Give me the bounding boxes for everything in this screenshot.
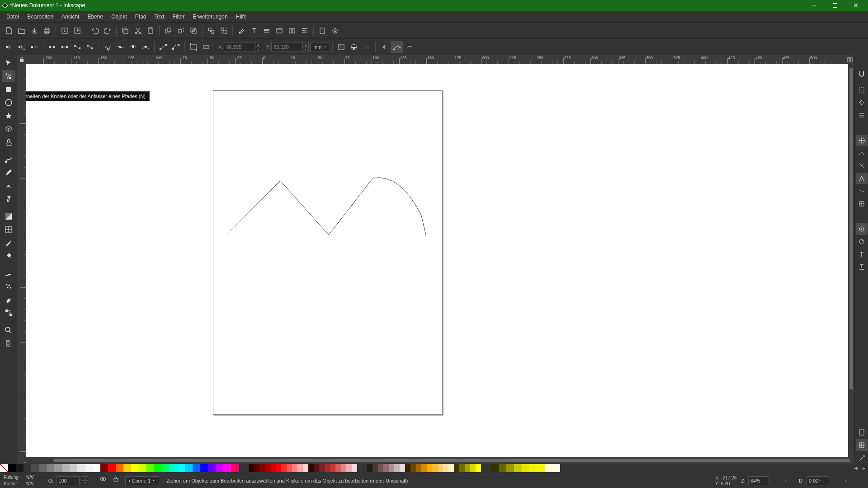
swatch[interactable] [154,464,162,472]
open-document-icon[interactable] [15,24,28,37]
xml-icon[interactable] [273,24,286,37]
swatch[interactable] [432,464,438,472]
menu-ansicht[interactable]: Ansicht [58,12,83,21]
swatch[interactable] [459,464,465,472]
segment-line-icon[interactable] [157,41,170,53]
eraser-tool-icon[interactable] [2,293,15,305]
y-spin-up[interactable]: ▲ [302,42,309,47]
swatch[interactable] [170,464,177,472]
redo-icon[interactable] [101,24,114,37]
menu-filter[interactable]: Filter [169,12,189,21]
import-icon[interactable] [58,24,71,37]
node-smooth-icon[interactable] [114,41,127,53]
swatch[interactable] [537,464,545,472]
selector-tool-icon[interactable] [2,57,15,69]
fill-stroke-display[interactable]: Füllung:N/V Kontur:N/V [4,474,34,487]
layers-icon[interactable] [260,24,273,37]
swatch[interactable] [389,464,394,472]
unlink-clone-icon[interactable] [187,24,200,37]
swatch[interactable] [308,464,314,472]
zoom-out-icon[interactable]: − [772,477,779,484]
swatch[interactable] [491,464,499,472]
snap-page-icon[interactable] [856,427,868,438]
swatch[interactable] [216,464,223,472]
menu-objekt[interactable]: Objekt [108,12,131,21]
zoom-tool-icon[interactable] [2,324,15,336]
layer-visible-icon[interactable] [100,476,110,486]
swatch[interactable] [465,464,470,472]
measure-tool-icon[interactable] [2,337,15,349]
canvas-area[interactable]: -200-175-150-125-100-75-50-2502550751001… [17,55,854,464]
swatch[interactable] [116,464,123,472]
swatch[interactable] [54,464,62,472]
swatch[interactable] [341,464,346,472]
swatch-none[interactable] [0,464,8,472]
preferences-icon[interactable] [329,24,341,37]
opacity-spin-down[interactable]: ▼ [82,481,88,485]
swatch[interactable] [383,464,389,472]
menu-bearbeiten[interactable]: Bearbeiten [24,12,57,21]
break-path-icon[interactable] [46,41,58,53]
snap-toggle-icon[interactable] [856,68,868,80]
delete-segment-icon[interactable] [84,41,96,53]
snap-center-icon[interactable] [856,223,868,235]
close-button[interactable] [845,0,866,11]
swatch[interactable] [108,464,116,472]
swatch[interactable] [319,464,325,472]
menu-pfad[interactable]: Pfad [132,12,150,21]
show-lpe-icon[interactable] [360,41,373,53]
opacity-input[interactable]: 100 [56,476,80,485]
swatch[interactable] [200,464,208,472]
menu-hilfe[interactable]: Hilfe [232,12,250,21]
snap-rotation-icon[interactable] [856,236,868,248]
swatch[interactable] [139,464,146,472]
show-transform-handles-icon[interactable] [378,41,391,53]
swatch[interactable] [346,464,352,472]
ruler-horizontal[interactable]: -200-175-150-125-100-75-50-2502550751001… [26,55,854,64]
cut-icon[interactable] [132,24,144,37]
calligraphy-tool-icon[interactable] [2,179,15,192]
connector-tool-icon[interactable] [2,306,15,319]
menu-datei[interactable]: Datei [3,12,23,21]
swatch[interactable] [292,464,297,472]
layer-lock-icon[interactable] [113,476,123,486]
copy-icon[interactable] [119,24,132,37]
swatch[interactable] [24,464,31,472]
object-to-path-icon[interactable] [187,41,200,53]
node-symmetric-icon[interactable] [127,41,139,53]
swatch[interactable] [506,464,514,472]
preferences-doc-icon[interactable] [316,24,329,37]
swatch[interactable] [249,464,254,472]
swatch[interactable] [410,464,416,472]
swatch[interactable] [281,464,287,472]
layer-select[interactable]: • Ebene 1 [125,476,159,485]
show-clip-icon[interactable] [335,41,348,53]
ungroup-icon[interactable] [217,24,230,37]
ruler-vertical[interactable] [17,64,26,464]
swatch[interactable] [70,464,77,472]
swatch[interactable] [276,464,281,472]
rotate-input[interactable]: 0,00° [807,476,829,485]
swatch[interactable] [265,464,270,472]
swatch[interactable] [123,464,131,472]
mesh-tool-icon[interactable] [2,223,15,235]
tweak-tool-icon[interactable] [2,267,15,279]
swatch[interactable] [427,464,432,472]
menu-erweiterungen[interactable]: Erweiterungen [189,12,231,21]
stroke-to-path-icon[interactable] [200,41,212,53]
ruler-lock-icon[interactable] [17,55,26,64]
y-input[interactable]: 83,028 [271,42,303,52]
snap-path-icon[interactable] [856,147,868,159]
text-tool-icon[interactable] [2,192,15,205]
swatch[interactable] [8,464,16,472]
star-tool-icon[interactable] [2,109,15,122]
x-input[interactable]: 66,505 [224,42,255,52]
swatch[interactable] [529,464,537,472]
dropper-tool-icon[interactable] [2,236,15,249]
swatch[interactable] [254,464,259,472]
vertical-scrollbar[interactable] [848,64,854,457]
snap-intersection-icon[interactable] [856,160,868,172]
paintbucket-tool-icon[interactable] [2,249,15,262]
drawing-path[interactable] [227,177,435,240]
print-icon[interactable] [41,24,53,37]
